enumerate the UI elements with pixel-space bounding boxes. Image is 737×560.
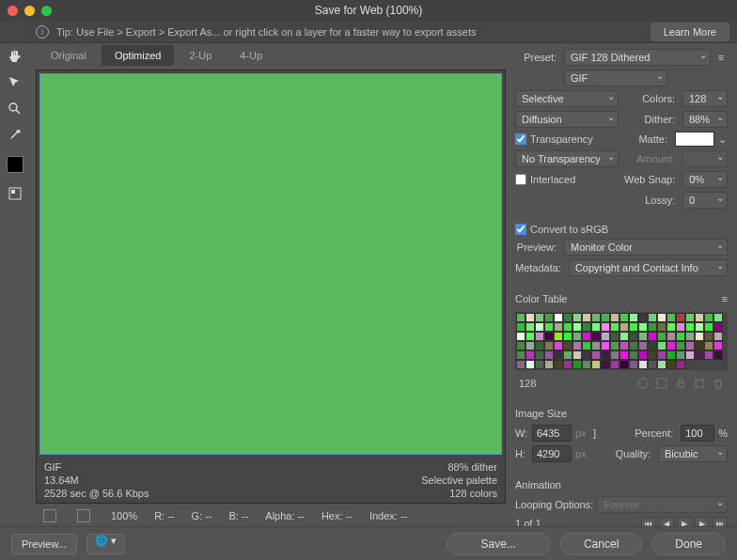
- color-swatch[interactable]: [610, 341, 619, 350]
- srgb-checkbox[interactable]: [515, 224, 526, 235]
- color-swatch[interactable]: [657, 332, 666, 341]
- color-swatch[interactable]: [544, 360, 554, 369]
- color-swatch[interactable]: [582, 322, 591, 332]
- color-swatch[interactable]: [591, 360, 601, 369]
- color-swatch[interactable]: [704, 313, 713, 322]
- color-swatch[interactable]: [525, 313, 535, 322]
- color-swatch[interactable]: [629, 341, 638, 350]
- first-frame-button[interactable]: ⏮: [641, 517, 656, 526]
- color-swatch[interactable]: [676, 341, 685, 350]
- color-swatch[interactable]: [666, 332, 676, 341]
- tab-2up[interactable]: 2-Up: [176, 45, 225, 66]
- color-swatch[interactable]: [535, 332, 544, 341]
- color-swatch[interactable]: [591, 332, 601, 341]
- color-swatch[interactable]: [638, 341, 648, 350]
- color-swatch[interactable]: [544, 322, 554, 332]
- color-swatch[interactable]: [629, 332, 638, 341]
- color-swatch[interactable]: [544, 341, 554, 350]
- color-swatch[interactable]: [535, 313, 544, 322]
- color-swatch[interactable]: [563, 341, 572, 350]
- slice-select-tool[interactable]: [6, 73, 24, 92]
- color-swatch[interactable]: [610, 360, 619, 369]
- new-color-icon[interactable]: [694, 378, 705, 389]
- color-swatch[interactable]: [619, 360, 629, 369]
- color-swatch[interactable]: [648, 350, 657, 360]
- color-swatch[interactable]: [657, 350, 666, 360]
- color-swatch[interactable]: [601, 313, 610, 322]
- color-swatch[interactable]: [704, 322, 713, 332]
- color-swatch[interactable]: [516, 360, 525, 369]
- color-swatch[interactable]: [695, 332, 704, 341]
- color-swatch[interactable]: [572, 313, 582, 322]
- color-swatch[interactable]: [554, 332, 563, 341]
- color-swatch[interactable]: [666, 341, 676, 350]
- color-swatch[interactable]: [535, 350, 544, 360]
- color-swatch[interactable]: [695, 350, 704, 360]
- zoom-level[interactable]: 100%: [111, 510, 137, 521]
- color-swatch[interactable]: [525, 322, 535, 332]
- prev-frame-button[interactable]: ◀: [659, 517, 674, 526]
- color-swatch[interactable]: [535, 322, 544, 332]
- color-swatch[interactable]: [666, 322, 676, 332]
- last-frame-button[interactable]: ⏭: [713, 517, 728, 526]
- color-swatch[interactable]: [610, 313, 619, 322]
- color-swatch[interactable]: [582, 350, 591, 360]
- color-swatch[interactable]: [666, 350, 676, 360]
- color-swatch[interactable]: [619, 350, 629, 360]
- color-swatch[interactable]: [525, 350, 535, 360]
- color-swatch[interactable]: [629, 350, 638, 360]
- color-swatch[interactable]: [704, 350, 713, 360]
- done-button[interactable]: Done: [651, 533, 726, 555]
- percent-input[interactable]: [681, 425, 714, 442]
- color-swatch[interactable]: [638, 350, 648, 360]
- learn-more-button[interactable]: Learn More: [651, 23, 729, 41]
- color-swatch[interactable]: [619, 341, 629, 350]
- quality-select[interactable]: Bicubic: [658, 445, 728, 462]
- cancel-button[interactable]: Cancel: [560, 533, 642, 555]
- color-swatch[interactable]: [582, 341, 591, 350]
- color-swatch[interactable]: [638, 332, 648, 341]
- color-swatch[interactable]: [601, 332, 610, 341]
- color-swatch[interactable]: [657, 360, 666, 369]
- color-swatch[interactable]: [648, 313, 657, 322]
- matte-color-swatch[interactable]: [675, 132, 714, 147]
- color-swatch[interactable]: [582, 313, 591, 322]
- slice-visibility-toggle[interactable]: [6, 184, 24, 203]
- color-swatch[interactable]: [704, 332, 713, 341]
- color-swatch[interactable]: [563, 313, 572, 322]
- color-swatch[interactable]: [676, 332, 685, 341]
- color-swatch[interactable]: [563, 360, 572, 369]
- websnap-select[interactable]: 0%: [682, 171, 728, 188]
- color-swatch[interactable]: [648, 332, 657, 341]
- color-swatch[interactable]: [695, 313, 704, 322]
- color-swatch[interactable]: [554, 350, 563, 360]
- dither-algorithm-select[interactable]: Diffusion: [515, 111, 619, 128]
- dither-amount-select[interactable]: 88%: [682, 111, 728, 128]
- color-swatch[interactable]: [563, 322, 572, 332]
- color-swatch[interactable]: [554, 313, 563, 322]
- color-swatch[interactable]: [676, 350, 685, 360]
- preset-select[interactable]: GIF 128 Dithered: [564, 49, 711, 66]
- color-swatch[interactable]: [525, 341, 535, 350]
- color-swatch[interactable]: [610, 350, 619, 360]
- tab-original[interactable]: Original: [38, 45, 100, 66]
- color-swatch[interactable]: [572, 350, 582, 360]
- color-swatch[interactable]: [572, 332, 582, 341]
- color-swatch[interactable]: [629, 313, 638, 322]
- color-swatch[interactable]: [582, 360, 591, 369]
- color-swatch[interactable]: [638, 313, 648, 322]
- eyedropper-tool[interactable]: [6, 126, 24, 145]
- color-swatch[interactable]: [601, 360, 610, 369]
- color-swatch[interactable]: [638, 360, 648, 369]
- color-swatch[interactable]: [516, 322, 525, 332]
- browser-preview-button[interactable]: 🌐 ▾: [86, 534, 125, 554]
- color-swatch[interactable]: [544, 350, 554, 360]
- color-swatch[interactable]: [713, 313, 723, 322]
- color-swatch[interactable]: [563, 350, 572, 360]
- color-swatch[interactable]: [713, 322, 723, 332]
- toggle-slices-icon[interactable]: [43, 509, 56, 522]
- minimize-window-button[interactable]: [24, 6, 35, 16]
- play-button[interactable]: ▶: [677, 517, 692, 526]
- color-swatch[interactable]: [619, 332, 629, 341]
- colors-select[interactable]: 128: [682, 90, 728, 107]
